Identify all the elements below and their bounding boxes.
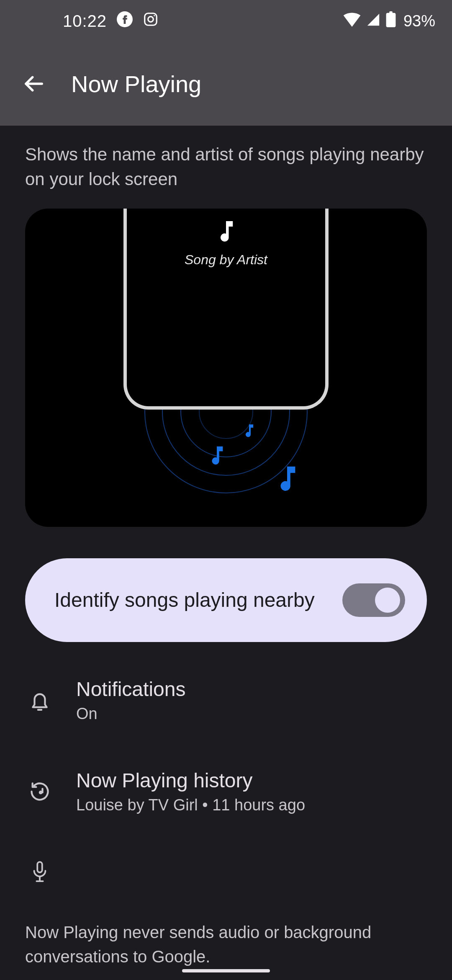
svg-point-3: [154, 15, 155, 16]
bell-icon: [25, 689, 54, 712]
status-battery: 93%: [403, 12, 435, 30]
music-note-icon: [244, 424, 254, 439]
svg-rect-5: [389, 11, 393, 14]
svg-rect-4: [386, 13, 396, 27]
wifi-icon: [343, 12, 361, 31]
svg-rect-1: [145, 13, 157, 25]
mic-row[interactable]: [25, 837, 427, 908]
identify-songs-switch[interactable]: [342, 583, 405, 617]
music-note-icon: [277, 466, 297, 494]
status-time: 10:22: [63, 12, 107, 31]
app-bar: Now Playing: [0, 42, 452, 126]
svg-rect-10: [37, 862, 42, 872]
history-row[interactable]: Now Playing history Louise by TV Girl • …: [25, 746, 427, 837]
signal-icon: [366, 12, 381, 31]
battery-icon: [386, 11, 396, 31]
notifications-title: Notifications: [76, 678, 185, 701]
gesture-nav-handle[interactable]: [182, 969, 270, 972]
facebook-icon: [117, 11, 133, 31]
history-icon: [25, 781, 54, 802]
notifications-sub: On: [76, 705, 185, 723]
back-button[interactable]: [21, 71, 46, 96]
svg-point-2: [148, 16, 154, 22]
notifications-row[interactable]: Notifications On: [25, 655, 427, 746]
history-title: Now Playing history: [76, 769, 305, 792]
instagram-icon: [143, 11, 159, 31]
identify-songs-label: Identify songs playing nearby: [54, 588, 315, 611]
music-note-icon: [209, 446, 224, 467]
history-sub: Louise by TV Girl • 11 hours ago: [76, 796, 305, 814]
page-title: Now Playing: [71, 70, 201, 98]
identify-songs-toggle-row[interactable]: Identify songs playing nearby: [25, 558, 427, 642]
phone-illustration: Song by Artist: [123, 209, 329, 410]
status-bar: 10:22 93%: [0, 0, 452, 42]
illustration-card: Song by Artist: [25, 209, 427, 527]
microphone-icon: [25, 860, 54, 885]
music-note-icon: [218, 221, 234, 245]
illustration-caption: Song by Artist: [127, 252, 325, 268]
page-description: Shows the name and artist of songs playi…: [25, 142, 427, 209]
footer-text: Now Playing never sends audio or backgro…: [25, 908, 427, 969]
